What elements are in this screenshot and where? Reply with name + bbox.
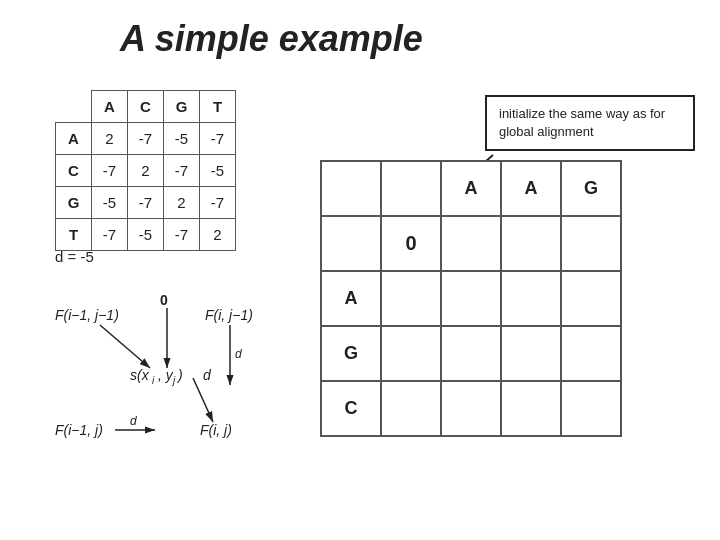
svg-text:, y: , y bbox=[158, 367, 174, 383]
svg-text:i: i bbox=[152, 375, 155, 386]
alignment-table: A A G 0 A G C bbox=[320, 160, 622, 437]
svg-text:F(i, j−1): F(i, j−1) bbox=[205, 307, 253, 323]
svg-line-22 bbox=[193, 378, 213, 422]
page-title: A simple example bbox=[120, 18, 423, 60]
init-annotation: initialize the same way as for global al… bbox=[485, 95, 695, 151]
svg-text:F(i−1, j−1): F(i−1, j−1) bbox=[55, 307, 119, 323]
svg-text:F(i, j): F(i, j) bbox=[200, 422, 232, 438]
svg-text:d: d bbox=[130, 414, 137, 428]
svg-text:d: d bbox=[235, 347, 242, 361]
svg-line-19 bbox=[100, 325, 150, 368]
d-label: d = -5 bbox=[55, 248, 94, 265]
recurrence-formula: F(i−1, j−1) F(i, j−1) s(x i , y j ) d 0 … bbox=[45, 290, 315, 460]
svg-text:d: d bbox=[203, 367, 212, 383]
svg-text:0: 0 bbox=[160, 292, 168, 308]
svg-text:s(x: s(x bbox=[130, 367, 150, 383]
svg-text:): ) bbox=[176, 367, 183, 383]
svg-text:F(i−1, j): F(i−1, j) bbox=[55, 422, 103, 438]
scoring-matrix: A C G T A 2 -7 -5 -7 C -7 2 -7 -5 G -5 -… bbox=[55, 90, 236, 251]
